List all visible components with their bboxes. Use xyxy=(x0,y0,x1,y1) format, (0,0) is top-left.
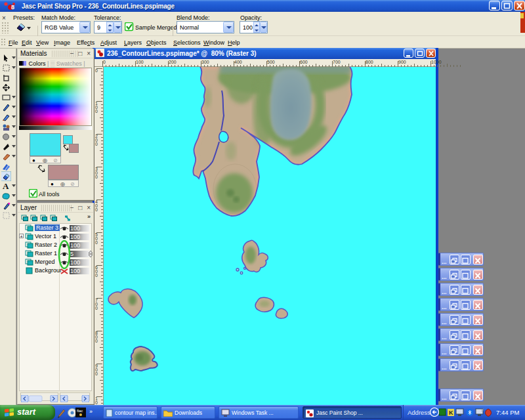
svg-text:K: K xyxy=(449,410,453,416)
svg-text:flac: flac xyxy=(77,409,83,413)
svg-text:8: 8 xyxy=(11,4,14,10)
svg-text:A: A xyxy=(3,181,9,191)
svg-text:»: » xyxy=(89,408,93,415)
